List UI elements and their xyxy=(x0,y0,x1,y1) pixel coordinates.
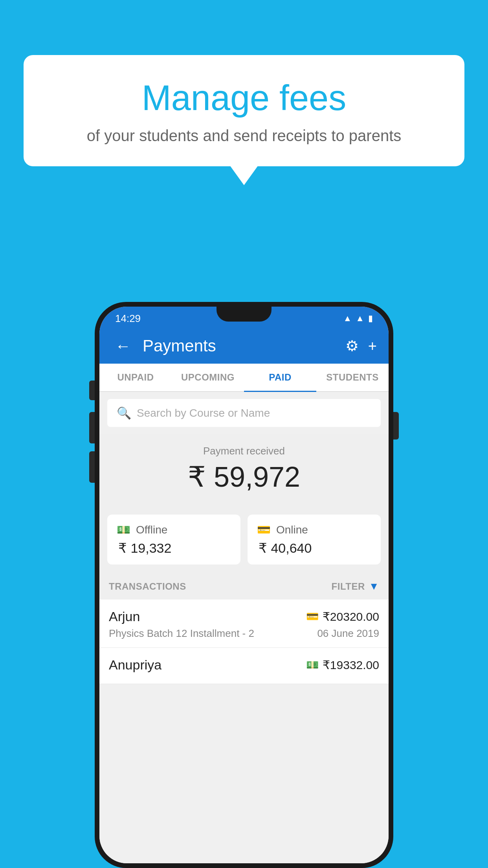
transaction-method-icon-arjun: 💳 xyxy=(306,611,319,623)
filter-icon: ▼ xyxy=(369,580,379,592)
tab-unpaid[interactable]: UNPAID xyxy=(99,364,172,391)
tab-paid[interactable]: PAID xyxy=(244,364,316,391)
wifi-icon: ▲ xyxy=(343,313,352,324)
payment-received-label: Payment received xyxy=(107,445,381,457)
signal-icon: ▲ xyxy=(356,313,364,324)
mute-button xyxy=(89,381,95,400)
transaction-name-anupriya: Anupriya xyxy=(109,657,161,673)
battery-icon: ▮ xyxy=(368,313,373,324)
status-time: 14:29 xyxy=(115,313,141,325)
volume-up-button xyxy=(89,412,95,443)
tabs-bar: UNPAID UPCOMING PAID STUDENTS xyxy=(99,364,389,392)
transactions-label: TRANSACTIONS xyxy=(109,581,186,592)
offline-label: Offline xyxy=(136,524,167,536)
add-button[interactable]: + xyxy=(368,338,377,355)
transaction-row-anupriya[interactable]: Anupriya 💵 ₹19332.00 xyxy=(99,648,389,684)
filter-button[interactable]: FILTER ▼ xyxy=(332,580,379,592)
filter-label: FILTER xyxy=(332,581,365,592)
phone-shell: 14:29 ▲ ▲ ▮ ← Payments ⚙ + UNPAID UPCO xyxy=(95,302,393,868)
transaction-course-arjun: Physics Batch 12 Installment - 2 xyxy=(109,627,254,640)
power-button xyxy=(393,412,399,440)
speech-bubble: Manage fees of your students and send re… xyxy=(24,55,464,166)
status-icons: ▲ ▲ ▮ xyxy=(343,313,373,324)
transaction-amount-wrap-anupriya: 💵 ₹19332.00 xyxy=(306,658,379,672)
transaction-date-arjun: 06 June 2019 xyxy=(317,627,379,640)
phone-screen: 14:29 ▲ ▲ ▮ ← Payments ⚙ + UNPAID UPCO xyxy=(99,307,389,863)
payment-card-offline: 💵 Offline ₹ 19,332 xyxy=(107,515,240,565)
search-placeholder-text: Search by Course or Name xyxy=(137,407,270,419)
tab-students[interactable]: STUDENTS xyxy=(316,364,389,391)
volume-down-button xyxy=(89,451,95,483)
back-button[interactable]: ← xyxy=(111,333,135,359)
transaction-top-anupriya: Anupriya 💵 ₹19332.00 xyxy=(109,657,379,673)
transaction-amount-arjun: ₹20320.00 xyxy=(323,610,379,623)
payment-received-section: Payment received ₹ 59,972 xyxy=(99,434,389,506)
transaction-amount-wrap-arjun: 💳 ₹20320.00 xyxy=(306,610,379,623)
offline-icon: 💵 xyxy=(117,523,130,536)
transaction-amount-anupriya: ₹19332.00 xyxy=(323,658,379,672)
app-title: Payments xyxy=(143,337,338,355)
payment-card-online: 💳 Online ₹ 40,640 xyxy=(248,515,381,565)
online-label: Online xyxy=(276,524,308,536)
tab-upcoming[interactable]: UPCOMING xyxy=(172,364,244,391)
transactions-header: TRANSACTIONS FILTER ▼ xyxy=(99,573,389,600)
app-bar-actions: ⚙ + xyxy=(345,337,377,355)
online-card-header: 💳 Online xyxy=(257,523,371,536)
search-icon: 🔍 xyxy=(117,406,131,420)
online-amount: ₹ 40,640 xyxy=(257,540,371,556)
offline-card-header: 💵 Offline xyxy=(117,523,231,536)
transaction-method-icon-anupriya: 💵 xyxy=(306,659,319,671)
transaction-bottom-arjun: Physics Batch 12 Installment - 2 06 June… xyxy=(109,627,379,640)
speech-bubble-title: Manage fees xyxy=(43,79,445,118)
transaction-top-arjun: Arjun 💳 ₹20320.00 xyxy=(109,609,379,624)
transaction-row-arjun[interactable]: Arjun 💳 ₹20320.00 Physics Batch 12 Insta… xyxy=(99,600,389,648)
online-icon: 💳 xyxy=(257,523,271,536)
payment-methods-row: 💵 Offline ₹ 19,332 💳 Online ₹ 40,640 xyxy=(99,506,389,573)
speech-bubble-subtitle: of your students and send receipts to pa… xyxy=(43,127,445,145)
transaction-name-arjun: Arjun xyxy=(109,609,140,624)
settings-button[interactable]: ⚙ xyxy=(345,337,359,355)
content-area: 🔍 Search by Course or Name Payment recei… xyxy=(99,392,389,863)
offline-amount: ₹ 19,332 xyxy=(117,540,231,556)
search-bar[interactable]: 🔍 Search by Course or Name xyxy=(107,399,381,427)
phone-device: 14:29 ▲ ▲ ▮ ← Payments ⚙ + UNPAID UPCO xyxy=(95,302,393,868)
speech-bubble-section: Manage fees of your students and send re… xyxy=(24,55,464,166)
app-bar: ← Payments ⚙ + xyxy=(99,328,389,364)
payment-received-amount: ₹ 59,972 xyxy=(107,460,381,493)
phone-notch xyxy=(216,307,272,322)
